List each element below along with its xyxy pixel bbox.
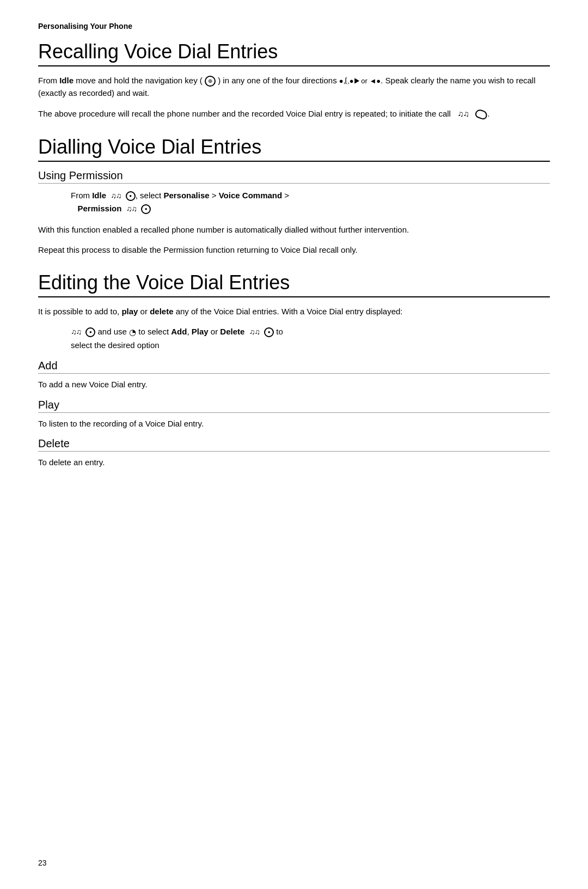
menu-wave-icon-3: ♫♫ [126,205,137,213]
section-editing: Editing the Voice Dial Entries It is pos… [38,271,550,468]
editing-intro: It is possible to add to, play or delete… [38,305,550,318]
select-icon-2: ● [141,204,151,214]
header-text: Personalising Your Phone [38,22,132,31]
page-container: Personalising Your Phone Recalling Voice… [38,22,550,468]
select-icon-3: ● [85,327,95,337]
editing-title: Editing the Voice Dial Entries [38,271,550,297]
select-icon-4: ● [264,327,274,337]
page-number: 23 [38,858,47,867]
menu-wave-icon-2: ♫♫ [111,192,121,200]
recalling-title: Recalling Voice Dial Entries [38,40,550,66]
delete-text: To delete an entry. [38,456,550,468]
select-icon-1: ● [126,191,136,201]
subsection-add: Add To add a new Voice Dial entry. [38,360,550,391]
section-dialling: Dialling Voice Dial Entries Using Permis… [38,136,550,256]
using-permission-title: Using Permission [38,169,550,184]
menu-wave-icon-5: ♫♫ [249,328,260,336]
direction-icons: ●,𝄕,●▶ or ◄● [339,77,381,85]
page-header: Personalising Your Phone [38,22,550,31]
subsection-delete: Delete To delete an entry. [38,437,550,468]
nav-up-down-icon: ◔ [129,327,136,337]
subsection-using-permission: Using Permission From Idle ♫♫ ●, select … [38,169,550,256]
nav-key-icon: ⊕ [205,76,216,87]
recall-paragraph-1: From Idle move and hold the navigation k… [38,74,550,100]
menu-icon-1: ♫♫ [457,109,469,118]
editing-instruction: ♫♫ ● and use ◔ to select Add, Play or De… [71,325,550,352]
menu-wave-icon-4: ♫♫ [71,328,81,336]
add-title: Add [38,360,550,374]
dialling-title: Dialling Voice Dial Entries [38,136,550,162]
section-recalling: Recalling Voice Dial Entries From Idle m… [38,40,550,120]
recall-paragraph-2: The above procedure will recall the phon… [38,107,550,120]
add-text: To add a new Voice Dial entry. [38,378,550,391]
play-title: Play [38,399,550,413]
play-text: To listen to the recording of a Voice Di… [38,417,550,430]
delete-title: Delete [38,437,550,452]
permission-paragraph-2: Repeat this process to disable the Permi… [38,243,550,256]
phone-icon [474,108,488,120]
subsection-play: Play To listen to the recording of a Voi… [38,399,550,430]
permission-instruction: From Idle ♫♫ ●, select Personalise > Voi… [71,189,550,216]
permission-paragraph-1: With this function enabled a recalled ph… [38,223,550,236]
